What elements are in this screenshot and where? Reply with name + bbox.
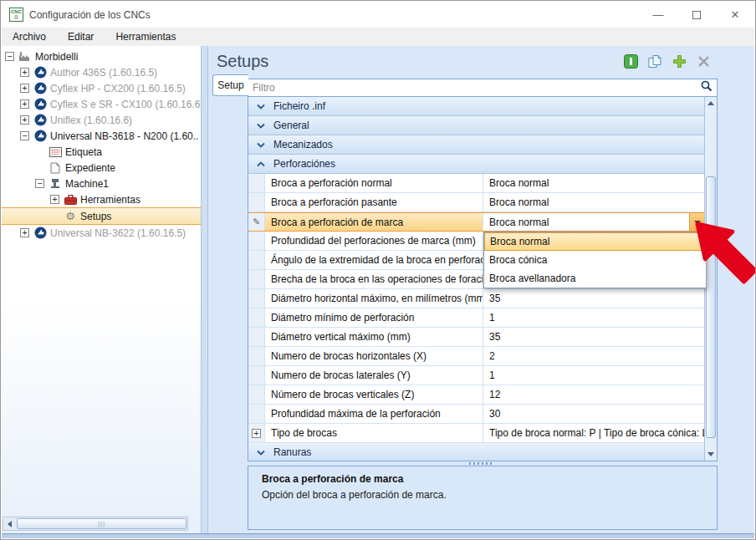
property-row[interactable]: Broca a perforación pasante Broca normal bbox=[248, 193, 704, 212]
expand-icon[interactable]: + bbox=[20, 228, 29, 237]
tree-item-cyflex-hp[interactable]: + Cyflex HP - CX200 (1.60.16.5) bbox=[2, 80, 201, 96]
expand-icon[interactable]: + bbox=[20, 68, 29, 77]
row-indicator bbox=[248, 174, 265, 192]
category-row-ranuras[interactable]: Ranuras bbox=[248, 443, 704, 461]
tree-item-label: Author 436S (1.60.16.5) bbox=[50, 67, 157, 79]
property-value[interactable]: Broca normal bbox=[483, 193, 704, 211]
property-value[interactable]: 12 bbox=[483, 385, 704, 404]
scroll-up-arrow-icon[interactable] bbox=[705, 97, 717, 110]
property-name: Broca a perforación pasante bbox=[265, 193, 483, 211]
property-row[interactable]: Profundidad máxima de la perforación 30 bbox=[248, 405, 704, 424]
scrollbar-thumb[interactable] bbox=[706, 176, 716, 438]
category-label: Ranuras bbox=[273, 446, 311, 458]
panel-splitter[interactable] bbox=[201, 46, 208, 533]
property-value[interactable]: 1 bbox=[483, 366, 704, 385]
category-row-perforaciones[interactable]: Perforaciónes bbox=[248, 155, 704, 174]
copy-button[interactable] bbox=[647, 53, 662, 69]
property-row[interactable]: Diámetro horizontal máximo, en milímetro… bbox=[248, 289, 704, 308]
machine-logo-icon bbox=[33, 130, 48, 142]
search-icon bbox=[701, 80, 713, 95]
property-name: Diámetro mínimo de perforación bbox=[265, 308, 483, 327]
tree-item-machine1[interactable]: − Machine1 bbox=[2, 176, 201, 191]
property-row-selected[interactable]: ✎ Broca a perforación de marca Broca nor… bbox=[248, 212, 704, 232]
property-value[interactable]: Tipo de broca normal: P | Tipo de broca … bbox=[483, 424, 704, 442]
property-row-tipo-de-brocas[interactable]: + Tipo de brocas Tipo de broca normal: P… bbox=[248, 424, 704, 443]
expand-icon[interactable]: + bbox=[252, 429, 261, 438]
filter-input[interactable] bbox=[253, 82, 701, 94]
dropdown-option-broca-conica[interactable]: Broca cónica bbox=[484, 251, 706, 269]
dropdown-option-broca-normal[interactable]: Broca normal bbox=[484, 232, 706, 251]
titlebar: CNC ⚙ Configuración de los CNCs — ✕ bbox=[2, 2, 754, 28]
minimize-button[interactable]: — bbox=[639, 2, 677, 28]
category-row-general[interactable]: General bbox=[248, 116, 704, 135]
filter-row bbox=[248, 79, 717, 97]
tree-item-universal-nb3622[interactable]: + Universal NB-3622 (1.60.16.5) bbox=[2, 225, 201, 241]
tree-item-herramientas[interactable]: + Herramientas bbox=[2, 191, 201, 207]
property-value[interactable]: 35 bbox=[483, 289, 704, 308]
collapse-icon[interactable]: − bbox=[35, 179, 44, 188]
menu-herramientas[interactable]: Herramientas bbox=[105, 28, 186, 46]
tree-item-author-436s[interactable]: + Author 436S (1.60.16.5) bbox=[2, 64, 201, 80]
maximize-icon bbox=[692, 11, 701, 19]
close-button[interactable]: ✕ bbox=[716, 2, 754, 28]
tree-item-setups[interactable]: ⚙ Setups bbox=[2, 207, 201, 225]
menu-archivo[interactable]: Archivo bbox=[2, 28, 57, 46]
menu-editar[interactable]: Editar bbox=[57, 28, 105, 46]
property-name: Broca a perforación de marca bbox=[265, 213, 483, 231]
property-row[interactable]: Numero de brocas laterales (Y) 1 bbox=[248, 366, 704, 385]
property-name: Tipo de brocas bbox=[265, 424, 483, 442]
category-row-ficheiro-inf[interactable]: Ficheiro .inf bbox=[248, 97, 704, 116]
tree-item-expediente[interactable]: Expediente bbox=[2, 160, 201, 176]
tree-item-morbidelli[interactable]: − Morbidelli bbox=[2, 48, 201, 64]
tree-item-label: Morbidelli bbox=[35, 51, 78, 63]
property-value[interactable]: 1 bbox=[483, 308, 704, 327]
add-button[interactable] bbox=[672, 53, 687, 69]
property-value[interactable]: 35 bbox=[483, 328, 704, 346]
tree-item-uniflex[interactable]: + Uniflex (1.60.16.6) bbox=[2, 112, 201, 128]
row-indicator bbox=[248, 270, 265, 288]
tree-item-universal-nb3618[interactable]: − Universal NB-3618 - N200 (1.60.. bbox=[2, 128, 201, 144]
factory-icon bbox=[18, 51, 33, 62]
property-row[interactable]: Diámetro vertical máximo (mm) 35 bbox=[248, 328, 704, 347]
property-row[interactable]: Diámetro mínimo de perforación 1 bbox=[248, 308, 704, 328]
tree-horizontal-scrollbar[interactable]: ||| bbox=[3, 517, 188, 531]
property-value[interactable]: 2 bbox=[483, 347, 704, 365]
tree-item-cyflex-s[interactable]: + Cyflex S e SR - CX100 (1.60.16.6) bbox=[2, 96, 201, 112]
maximize-button[interactable] bbox=[677, 2, 716, 28]
dropdown-option-broca-avellanadora[interactable]: Broca avellanadora bbox=[484, 269, 706, 288]
category-label: Ficheiro .inf bbox=[273, 100, 325, 112]
collapse-icon[interactable]: − bbox=[5, 52, 14, 61]
property-name: Diámetro vertical máximo (mm) bbox=[265, 328, 483, 346]
collapse-icon[interactable]: − bbox=[20, 131, 29, 140]
splitter-grip[interactable] bbox=[469, 462, 494, 465]
window-title: Configuración de los CNCs bbox=[29, 9, 151, 21]
expand-icon[interactable]: + bbox=[20, 99, 29, 109]
delete-button[interactable] bbox=[696, 53, 711, 69]
category-label: Mecanizados bbox=[273, 139, 333, 150]
category-row-mecanizados[interactable]: Mecanizados bbox=[248, 135, 704, 155]
expand-icon[interactable]: + bbox=[20, 115, 29, 125]
tree-item-etiqueta[interactable]: Etiqueta bbox=[2, 144, 201, 160]
combo-value[interactable]: Broca normal bbox=[483, 217, 689, 228]
property-value[interactable]: 30 bbox=[483, 405, 704, 423]
expand-icon[interactable]: + bbox=[20, 84, 29, 93]
combo-dropdown-list: Broca normal Broca cónica Broca avellana… bbox=[483, 232, 707, 288]
panel-header: Setups bbox=[208, 46, 754, 74]
tab-setup[interactable]: Setup bbox=[212, 74, 248, 96]
combo-editor[interactable]: Broca normal bbox=[483, 213, 704, 231]
scroll-left-arrow-icon[interactable] bbox=[3, 517, 16, 530]
property-row[interactable]: Número de brocas verticales (Z) 12 bbox=[248, 385, 704, 405]
combo-dropdown-button[interactable] bbox=[689, 213, 704, 231]
property-name: Numero de brocas laterales (Y) bbox=[265, 366, 483, 385]
dropdown-arrow-icon bbox=[694, 221, 701, 224]
property-value[interactable]: Broca normal bbox=[483, 174, 704, 192]
tree-item-label: Expediente bbox=[65, 162, 115, 174]
import-button[interactable] bbox=[623, 53, 638, 69]
property-row[interactable]: Numero de brocas horizontales (X) 2 bbox=[248, 347, 704, 366]
gear-icon: ⚙ bbox=[13, 14, 18, 20]
expand-icon[interactable]: + bbox=[50, 195, 59, 204]
scrollbar-thumb[interactable]: ||| bbox=[17, 518, 186, 529]
scroll-down-arrow-icon[interactable] bbox=[705, 448, 717, 461]
property-row[interactable]: Broca a perforación normal Broca normal bbox=[248, 174, 704, 193]
description-panel: Broca a perforación de marca Opción del … bbox=[248, 466, 718, 530]
